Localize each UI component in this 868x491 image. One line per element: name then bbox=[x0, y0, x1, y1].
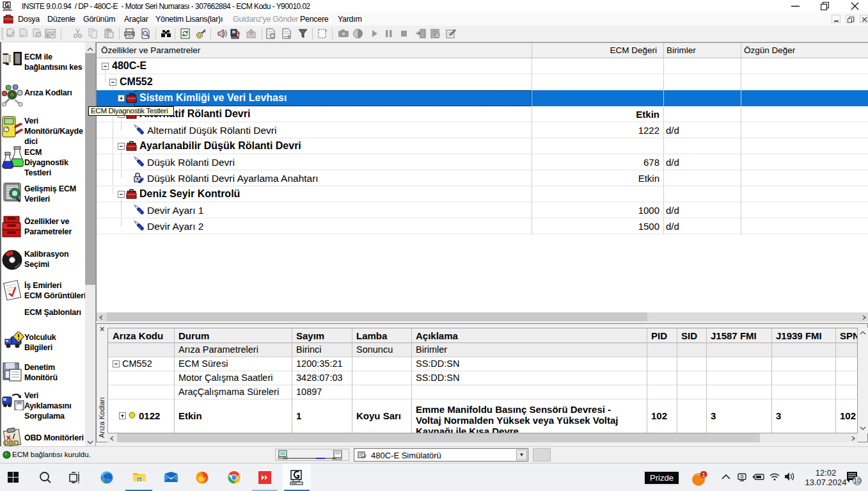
svg-text:10: 10 bbox=[854, 478, 862, 485]
svg-text:1: 1 bbox=[702, 472, 706, 478]
